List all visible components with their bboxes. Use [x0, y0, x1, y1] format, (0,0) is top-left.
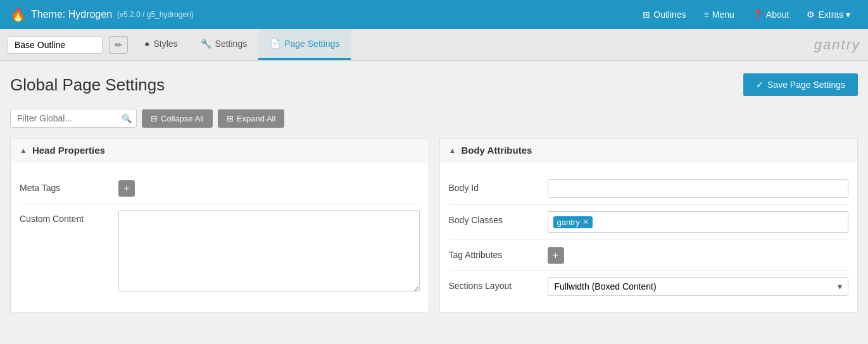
- meta-tags-row: Meta Tags +: [20, 173, 420, 204]
- brand-title: Theme: Hydrogen: [31, 9, 112, 20]
- body-id-row: Body Id: [449, 173, 849, 205]
- sections-layout-label: Sections Layout: [449, 277, 538, 291]
- filter-input-wrap: 🔍: [10, 109, 137, 128]
- tag-label: gantry: [557, 218, 580, 227]
- body-attributes-title: Body Attributes: [461, 145, 532, 156]
- outline-select-wrap: Base Outline ✏: [8, 36, 128, 54]
- nav-item-about[interactable]: ❓ About: [745, 6, 797, 23]
- body-collapse-icon[interactable]: ▲: [449, 146, 456, 155]
- tag-attributes-label: Tag Attributes: [449, 246, 538, 260]
- nav-item-outlines[interactable]: ⊞ Outlines: [635, 6, 693, 23]
- circle-icon: ●: [144, 39, 149, 49]
- add-meta-tag-button[interactable]: +: [118, 180, 135, 197]
- head-properties-title: Head Properties: [32, 145, 105, 156]
- expand-all-button[interactable]: ⊞ Expand All: [218, 109, 284, 128]
- sections-layout-row: Sections Layout Fullwidth (Boxed Content…: [449, 271, 849, 302]
- tab-styles[interactable]: ● Styles: [133, 29, 189, 60]
- tab-label-page-settings: Page Settings: [284, 39, 339, 49]
- add-tag-attribute-button[interactable]: +: [548, 247, 564, 264]
- save-label: Save Page Settings: [767, 80, 845, 90]
- brand-icon: 🔥: [10, 7, 26, 22]
- body-classes-label: Body Classes: [449, 211, 538, 225]
- remove-tag-button[interactable]: ✕: [582, 218, 589, 226]
- body-attributes-body: Body Id Body Classes gantry ✕: [440, 163, 858, 312]
- expand-icon: ⊞: [227, 114, 234, 123]
- collapse-all-button[interactable]: ⊟ Collapse All: [142, 109, 213, 128]
- body-id-input[interactable]: [548, 179, 849, 198]
- custom-content-label: Custom Content: [20, 210, 108, 224]
- toolbar-tabs: ● Styles 🔧 Settings 📄 Page Settings: [133, 29, 351, 60]
- body-id-control: [548, 179, 849, 198]
- tab-label-styles: Styles: [153, 39, 177, 49]
- gear-icon: ⚙: [807, 9, 815, 20]
- body-attributes-panel: ▲ Body Attributes Body Id Body Classes: [439, 138, 859, 313]
- search-icon: 🔍: [122, 114, 132, 123]
- tag-attributes-control: +: [548, 246, 849, 264]
- toolbar: Base Outline ✏ ● Styles 🔧 Settings 📄 Pag…: [0, 29, 868, 61]
- save-button[interactable]: ✓ Save Page Settings: [743, 73, 858, 96]
- tab-page-settings[interactable]: 📄 Page Settings: [258, 29, 351, 60]
- head-properties-body: Meta Tags + Custom Content: [11, 163, 429, 310]
- brand: 🔥 Theme: Hydrogen (v5.2.0 / g5_hydrogen): [10, 7, 635, 22]
- gantry-logo: gantry: [814, 37, 860, 53]
- main-header: Global Page Settings ✓ Save Page Setting…: [10, 73, 858, 96]
- sections-layout-select[interactable]: Fullwidth (Boxed Content) Fullwidth (Ful…: [548, 277, 849, 296]
- grid-icon: ⊞: [643, 9, 650, 20]
- body-attributes-header: ▲ Body Attributes: [440, 138, 858, 163]
- collapse-all-label: Collapse All: [161, 114, 204, 123]
- menu-icon: ≡: [704, 9, 709, 20]
- wrench-icon: 🔧: [201, 39, 211, 49]
- panels: ▲ Head Properties Meta Tags + Custom Con…: [10, 138, 858, 313]
- meta-tags-label: Meta Tags: [20, 179, 108, 193]
- expand-all-label: Expand All: [237, 114, 275, 123]
- nav-item-extras[interactable]: ⚙ Extras ▾: [799, 6, 858, 23]
- page-title: Global Page Settings: [10, 75, 165, 95]
- custom-content-textarea[interactable]: [118, 210, 420, 292]
- sections-layout-select-wrap: Fullwidth (Boxed Content) Fullwidth (Ful…: [548, 277, 849, 296]
- filter-input[interactable]: [10, 109, 137, 128]
- tab-settings[interactable]: 🔧 Settings: [189, 29, 259, 60]
- meta-tags-control: +: [118, 179, 420, 197]
- top-nav: 🔥 Theme: Hydrogen (v5.2.0 / g5_hydrogen)…: [0, 0, 868, 29]
- nav-label-about: About: [766, 9, 789, 20]
- page-icon: 📄: [270, 39, 280, 49]
- brand-version: (v5.2.0 / g5_hydrogen): [117, 10, 194, 19]
- tab-label-settings: Settings: [215, 39, 248, 49]
- nav-item-menu[interactable]: ≡ Menu: [696, 6, 742, 23]
- nav-items: ⊞ Outlines ≡ Menu ❓ About ⚙ Extras ▾: [635, 6, 858, 23]
- custom-content-control: [118, 210, 420, 294]
- tag-attributes-row: Tag Attributes +: [449, 240, 849, 271]
- custom-content-row: Custom Content: [20, 204, 420, 300]
- outline-select[interactable]: Base Outline: [8, 36, 103, 54]
- head-properties-panel: ▲ Head Properties Meta Tags + Custom Con…: [10, 138, 429, 313]
- body-classes-control: gantry ✕: [548, 211, 849, 233]
- edit-outline-button[interactable]: ✏: [109, 36, 128, 54]
- main-content: Global Page Settings ✓ Save Page Setting…: [0, 61, 868, 326]
- filter-bar: 🔍 ⊟ Collapse All ⊞ Expand All: [10, 109, 858, 128]
- nav-label-extras: Extras ▾: [818, 9, 850, 20]
- help-icon: ❓: [752, 9, 763, 20]
- sections-layout-control: Fullwidth (Boxed Content) Fullwidth (Ful…: [548, 277, 849, 296]
- head-collapse-icon[interactable]: ▲: [20, 146, 27, 155]
- body-id-label: Body Id: [449, 179, 538, 193]
- head-properties-header: ▲ Head Properties: [11, 138, 429, 163]
- body-class-tag-gantry: gantry ✕: [553, 216, 593, 228]
- body-classes-row: Body Classes gantry ✕: [449, 205, 849, 240]
- checkmark-icon: ✓: [756, 80, 764, 90]
- nav-label-outlines: Outlines: [653, 9, 686, 20]
- body-classes-tag-input[interactable]: gantry ✕: [548, 211, 849, 233]
- nav-label-menu: Menu: [712, 9, 734, 20]
- collapse-icon: ⊟: [151, 114, 158, 123]
